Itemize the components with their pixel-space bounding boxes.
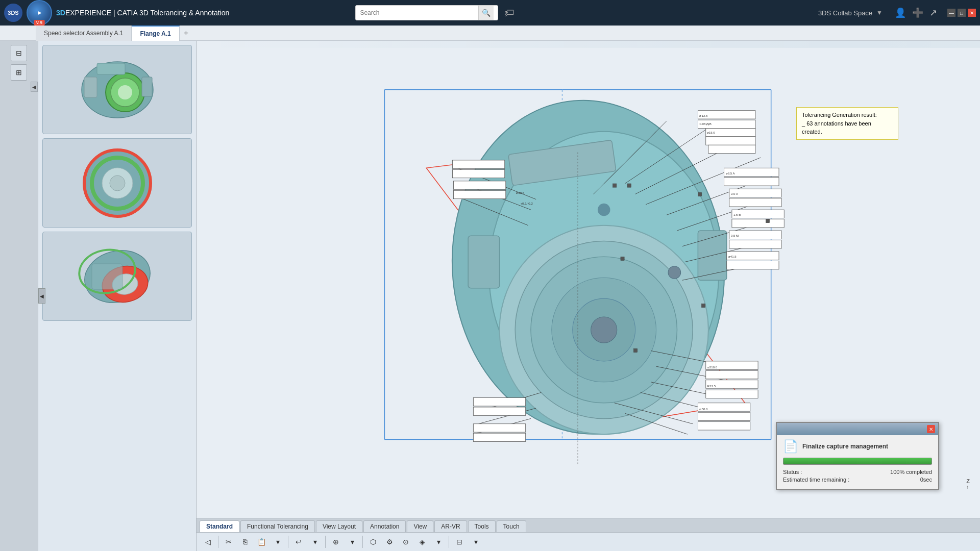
toolbar-tab-tools[interactable]: Tools xyxy=(468,520,496,532)
tool-paste[interactable]: 📋 xyxy=(254,535,268,549)
svg-text:⌀41.5: ⌀41.5 xyxy=(728,255,737,258)
tool-select[interactable]: ⊕ xyxy=(329,535,343,549)
close-button[interactable]: ✕ xyxy=(968,9,976,17)
svg-text:⌀38.5: ⌀38.5 xyxy=(516,191,525,194)
tool-undo-dropdown[interactable]: ▾ xyxy=(308,535,322,549)
tool-view-options[interactable]: ⊟ xyxy=(452,535,467,549)
tool-render-dropdown[interactable]: ▾ xyxy=(431,535,446,549)
svg-rect-68 xyxy=(729,198,781,207)
toolbar-tab-view[interactable]: View xyxy=(407,520,433,532)
status-label: Status : xyxy=(783,469,802,475)
thumbnail-panel xyxy=(38,41,197,551)
tool-sep-3 xyxy=(325,536,326,548)
svg-text:⌀50.0: ⌀50.0 xyxy=(699,407,708,411)
tool-sep-2 xyxy=(288,536,288,548)
svg-rect-107 xyxy=(621,257,624,260)
progress-bar-fill xyxy=(783,458,932,464)
dialog-title: Finalize capture management xyxy=(802,443,888,450)
panel-collapse-button[interactable]: ◀ xyxy=(31,82,38,92)
z-axis-label: Z xyxy=(966,478,970,484)
svg-rect-87 xyxy=(473,407,525,415)
toolbar-tabs: Standard Functional Tolerancing View Lay… xyxy=(197,518,980,532)
bottom-toolbar: Standard Functional Tolerancing View Lay… xyxy=(197,518,980,551)
progress-dialog: ✕ 📄 Finalize capture management Status :… xyxy=(776,422,939,490)
svg-rect-108 xyxy=(702,304,705,307)
dialog-close-button[interactable]: ✕ xyxy=(927,425,935,433)
toolbar-tab-touch[interactable]: Touch xyxy=(497,520,526,532)
tool-light[interactable]: ⊙ xyxy=(399,535,413,549)
tab-add-button[interactable]: + xyxy=(180,29,192,38)
tooltip-line1: Tolerancing Generation result: xyxy=(802,111,893,119)
collab-space[interactable]: 3DS Collab Space xyxy=(818,9,872,17)
svg-rect-28 xyxy=(468,236,499,288)
svg-rect-106 xyxy=(766,219,769,223)
tab-flange[interactable]: Flange A.1 xyxy=(132,26,179,41)
svg-text:0.5 M: 0.5 M xyxy=(731,234,739,237)
svg-text:0.08|A|B: 0.08|A|B xyxy=(699,122,711,126)
svg-rect-66 xyxy=(724,178,779,186)
compass-button[interactable]: ▶ V.R xyxy=(27,0,52,26)
svg-rect-85 xyxy=(698,422,750,430)
svg-rect-104 xyxy=(627,184,631,187)
svg-text:3.0 A: 3.0 A xyxy=(731,192,739,195)
svg-text:1.5 B: 1.5 B xyxy=(733,213,741,216)
toolbar-tab-standard[interactable]: Standard xyxy=(200,520,239,532)
thumbnail-3[interactable] xyxy=(42,232,192,321)
search-button[interactable]: 🔍 xyxy=(478,6,494,20)
svg-point-37 xyxy=(668,266,681,279)
toolbar-tab-view-layout[interactable]: View Layout xyxy=(316,520,362,532)
sidebar-icon-grid[interactable]: ⊞ xyxy=(11,64,27,81)
collab-space-arrow[interactable]: ▼ xyxy=(876,9,883,16)
tool-sep-1 xyxy=(218,536,218,548)
tool-sep-5 xyxy=(449,536,449,548)
tool-copy[interactable]: ⎘ xyxy=(238,535,252,549)
thumbnail-2[interactable] xyxy=(42,138,192,228)
thumbnail-1[interactable] xyxy=(42,45,192,134)
dialog-title-bar: ✕ xyxy=(777,423,938,435)
minimize-button[interactable]: — xyxy=(947,9,955,17)
status-value: 100% completed xyxy=(890,469,932,475)
maximize-button[interactable]: □ xyxy=(958,9,966,17)
axis-indicator: Z ↑ xyxy=(966,478,970,490)
share-icon[interactable]: ↗ xyxy=(929,7,937,18)
dialog-stats: Status : 100% completed Estimated time r… xyxy=(783,469,932,483)
search-input[interactable] xyxy=(356,9,478,16)
dialog-body: 📄 Finalize capture management Status : 1… xyxy=(777,435,938,489)
header-icons: 👤 ➕ ↗ xyxy=(895,7,937,18)
svg-rect-82 xyxy=(706,390,758,398)
svg-rect-16 xyxy=(92,264,122,289)
tool-arrow-left[interactable]: ◁ xyxy=(201,535,215,549)
3d-viewport[interactable]: ⌀12.5 0.08|A|B ⌀15.0 ⌀8.5 A 3.0 A 1.5 B … xyxy=(197,41,980,551)
dialog-doc-icon: 📄 xyxy=(783,439,798,454)
svg-point-36 xyxy=(598,204,610,216)
sidebar-toggle-arrow[interactable]: ◀ xyxy=(38,288,45,304)
svg-rect-109 xyxy=(634,348,638,352)
user-icon[interactable]: 👤 xyxy=(895,7,906,18)
tool-undo[interactable]: ↩ xyxy=(291,535,306,549)
svg-rect-63 xyxy=(706,137,755,145)
toolbar-tab-annotation[interactable]: Annotation xyxy=(363,520,406,532)
toolbar-tab-functional[interactable]: Functional Tolerancing xyxy=(240,520,315,532)
svg-rect-4 xyxy=(97,63,125,74)
svg-rect-105 xyxy=(698,192,701,196)
tag-icon[interactable]: 🏷 xyxy=(504,7,514,19)
svg-rect-75 xyxy=(452,160,504,168)
tool-filter[interactable]: ⚙ xyxy=(382,535,397,549)
svg-rect-70 xyxy=(732,219,784,228)
dialog-icon-row: 📄 Finalize capture management xyxy=(783,439,932,454)
tool-render[interactable]: ◈ xyxy=(415,535,429,549)
tab-speed-selector[interactable]: Speed selector Assembly A.1 xyxy=(36,26,132,41)
add-icon[interactable]: ➕ xyxy=(912,7,923,18)
svg-rect-86 xyxy=(473,398,525,406)
svg-text:⌀12.5: ⌀12.5 xyxy=(699,114,708,117)
tool-cut[interactable]: ✂ xyxy=(222,535,236,549)
left-sidebar: ⊟ ⊞ xyxy=(0,41,38,551)
toolbar-tab-ar-vr[interactable]: AR-VR xyxy=(434,520,467,532)
tool-select-dropdown[interactable]: ▾ xyxy=(345,535,359,549)
tool-paste-dropdown[interactable]: ▾ xyxy=(271,535,285,549)
svg-rect-84 xyxy=(698,412,750,420)
tool-view-cube[interactable]: ⬡ xyxy=(366,535,380,549)
sidebar-icon-tree[interactable]: ⊟ xyxy=(11,45,27,61)
app-title: 3DEXPERIENCE | CATIA 3D Tolerancing & An… xyxy=(56,9,351,17)
tool-view-dropdown[interactable]: ▾ xyxy=(469,535,483,549)
